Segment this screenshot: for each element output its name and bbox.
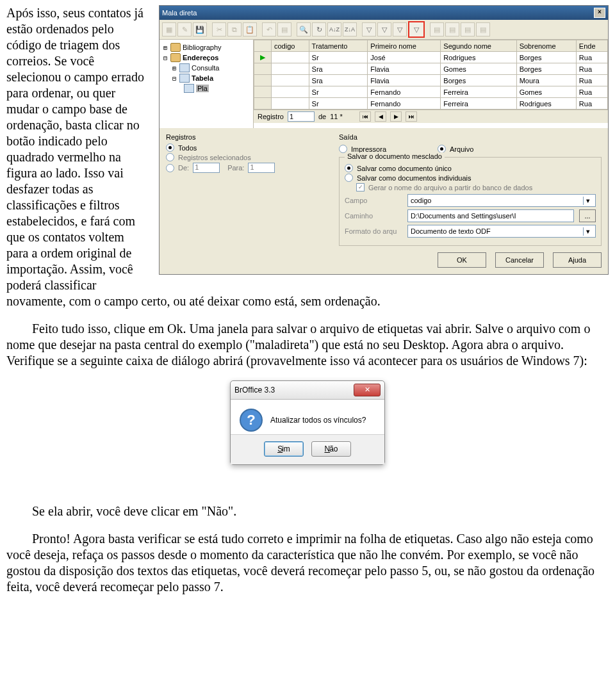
check-gerar-nome[interactable]: ✓Gerar o nome do arquivo a partir do ban…	[356, 183, 596, 191]
tree-node[interactable]: Bibliography	[183, 44, 222, 51]
toolbar-icon[interactable]: ▤	[430, 22, 444, 37]
nav-first-icon[interactable]: ⏮	[359, 111, 371, 122]
toolbar-icon[interactable]: ▤	[445, 22, 459, 37]
filter-icon[interactable]: ▽	[362, 22, 376, 37]
tree-node[interactable]: Endereços	[183, 54, 218, 61]
msg-text: Atualizar todos os vínculos?	[270, 416, 366, 425]
nav-prev-icon[interactable]: ◀	[375, 111, 386, 122]
close-icon[interactable]: ×	[594, 8, 605, 18]
nav-next-icon[interactable]: ▶	[390, 111, 402, 122]
standard-filter-icon[interactable]: ▽	[393, 22, 407, 37]
formato-select[interactable]: Documento de texto ODF▾	[407, 225, 596, 238]
toolbar-icon[interactable]: ▤	[476, 22, 490, 37]
records-group-title: Registros	[166, 133, 326, 141]
col-header[interactable]: Sobrenome	[516, 40, 576, 52]
sort-asc-icon[interactable]: A↓Z	[327, 22, 341, 37]
table-row: SrFernandoFerreiraRodriguesRua	[254, 98, 608, 110]
datasource-tree[interactable]: ⊞Bibliography ⊟Endereços ⊞Consulta ⊟Tabe…	[160, 40, 254, 128]
question-icon: ?	[240, 409, 263, 432]
dialog-titlebar: Mala direta ×	[160, 6, 608, 20]
ok-button[interactable]: OK	[438, 252, 486, 268]
col-header[interactable]: Tratamento	[309, 40, 368, 52]
record-navigator: Registro de 11 * ⏮ ◀ ▶ ⏭	[254, 110, 608, 123]
toolbar-icon[interactable]: ✎	[177, 22, 192, 37]
table-row: SrFernandoFerreiraGomesRua	[254, 86, 608, 98]
table-row: ▶SrJoséRodriguesBorgesRua	[254, 52, 608, 63]
undo-icon[interactable]: ↶	[262, 22, 276, 37]
radio-doc-unico[interactable]: Salvar como documento único	[345, 164, 596, 172]
record-current-input[interactable]	[288, 111, 315, 122]
cut-icon[interactable]: ✂	[212, 22, 226, 37]
radio-de[interactable]: De: 1 Para: 1	[166, 163, 326, 173]
tree-node-selected[interactable]: Pla	[196, 85, 209, 92]
para-input[interactable]: 1	[248, 163, 275, 173]
col-header[interactable]: codigo	[272, 40, 309, 52]
campo-select[interactable]: codigo▾	[407, 194, 596, 207]
paste-icon[interactable]: 📋	[243, 22, 257, 37]
help-button[interactable]: Ajuda	[553, 252, 602, 268]
close-icon[interactable]: ✕	[354, 384, 381, 396]
table-row: SraFlaviaGomesBorgesRua	[254, 63, 608, 75]
paragraph-4: Pronto! Agora basta verificar se está tu…	[6, 531, 609, 595]
col-header[interactable]: Segundo nome	[441, 40, 516, 52]
output-group-title: Saída	[339, 133, 602, 141]
toolbar-icon[interactable]: ▦	[162, 22, 176, 37]
record-total: 11 *	[330, 113, 356, 120]
radio-doc-indiv[interactable]: Salvar como documentos individuais	[345, 174, 596, 182]
de-input[interactable]: 1	[193, 163, 220, 173]
refresh-icon[interactable]: ↻	[312, 22, 326, 37]
tree-node[interactable]: Consulta	[192, 64, 219, 72]
copy-icon[interactable]: ⧉	[227, 22, 242, 37]
toolbar-icon[interactable]: 💾	[193, 22, 207, 37]
sim-button[interactable]: Sim	[264, 441, 304, 457]
save-frame-title: Salvar o documento mesclado	[345, 152, 445, 160]
data-grid[interactable]: codigo Tratamento Primeiro nome Segundo …	[254, 40, 608, 110]
table-row: SraFlaviaBorgesMouraRua	[254, 75, 608, 86]
col-header[interactable]: Primeiro nome	[368, 40, 441, 52]
radio-selecionados[interactable]: Registros selecionados	[166, 153, 326, 161]
sort-desc-icon[interactable]: Z↓A	[343, 22, 357, 37]
dialog-title: Mala direta	[162, 9, 197, 17]
tree-node[interactable]: Tabela	[192, 74, 213, 82]
remove-filter-sort-button[interactable]: ▽	[408, 21, 425, 38]
cancel-button[interactable]: Cancelar	[495, 252, 544, 268]
nao-button[interactable]: Não	[311, 441, 351, 457]
toolbar-icon[interactable]: ▤	[461, 22, 475, 37]
nav-last-icon[interactable]: ⏭	[406, 111, 417, 122]
autofilter-icon[interactable]: ▽	[377, 22, 391, 37]
msg-title: BrOffice 3.3	[234, 386, 275, 395]
caminho-input[interactable]: D:\Documents and Settings\user\I	[407, 209, 574, 222]
record-label: Registro	[258, 113, 284, 120]
toolbar-icon[interactable]: ▤	[277, 22, 291, 37]
col-header[interactable]: Ende	[576, 40, 607, 52]
toolbar: ▦ ✎ 💾 ✂ ⧉ 📋 ↶ ▤ 🔍 ↻ A↓Z Z↓A ▽ ▽ ▽ ▽ ▤ ▤ …	[160, 20, 608, 40]
search-icon[interactable]: 🔍	[297, 22, 311, 37]
browse-button[interactable]: ...	[579, 209, 596, 222]
paragraph-2: Feito tudo isso, clique em Ok. Uma janel…	[6, 321, 609, 369]
mail-merge-dialog-screenshot: Mala direta × ▦ ✎ 💾 ✂ ⧉ 📋 ↶ ▤ 🔍 ↻ A↓Z Z↓…	[159, 5, 609, 275]
update-links-dialog: BrOffice 3.3 ✕ ? Atualizar todos os vínc…	[230, 380, 385, 465]
radio-todos[interactable]: Todos	[166, 143, 326, 152]
paragraph-3: Se ela abrir, você deve clicar em "Não".	[6, 503, 609, 519]
